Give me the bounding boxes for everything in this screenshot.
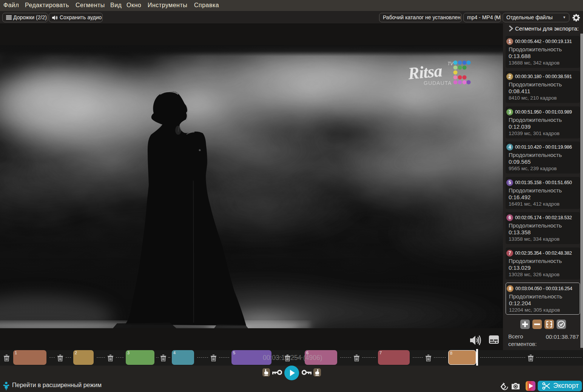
svg-text:TV: TV [447,61,453,66]
svg-text:GUDAUTA: GUDAUTA [424,80,452,86]
